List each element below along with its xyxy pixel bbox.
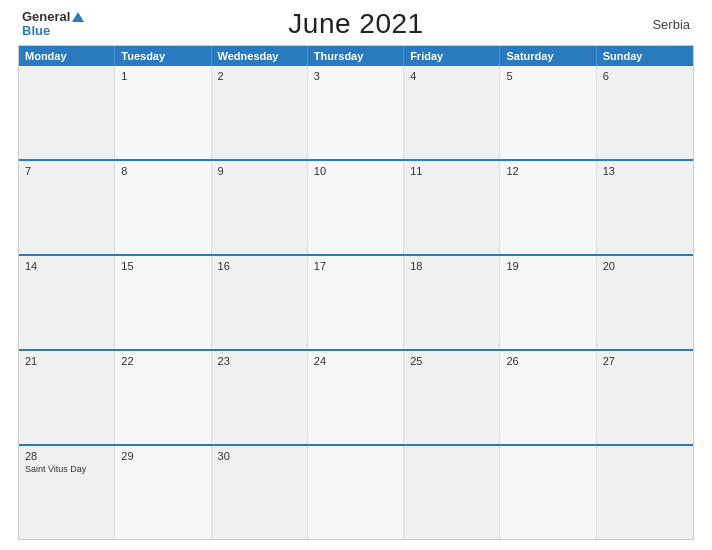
day-header-tuesday: Tuesday	[115, 46, 211, 66]
day-cell: 27	[597, 351, 693, 444]
day-number: 2	[218, 70, 301, 82]
day-number: 4	[410, 70, 493, 82]
day-cell: 23	[212, 351, 308, 444]
day-cell: 22	[115, 351, 211, 444]
day-number: 25	[410, 355, 493, 367]
logo-blue-text: Blue	[22, 24, 84, 38]
day-number: 23	[218, 355, 301, 367]
day-cell: 3	[308, 66, 404, 159]
week-row-3: 14151617181920	[19, 254, 693, 349]
week-row-5: 28Saint Vitus Day2930	[19, 444, 693, 539]
day-number: 6	[603, 70, 687, 82]
day-cell: 12	[500, 161, 596, 254]
day-number: 19	[506, 260, 589, 272]
day-number: 7	[25, 165, 108, 177]
day-number: 30	[218, 450, 301, 462]
day-cell: 21	[19, 351, 115, 444]
day-cell: 25	[404, 351, 500, 444]
day-headers-row: MondayTuesdayWednesdayThursdayFridaySatu…	[19, 46, 693, 66]
day-cell: 11	[404, 161, 500, 254]
day-header-wednesday: Wednesday	[212, 46, 308, 66]
day-cell	[19, 66, 115, 159]
day-number: 17	[314, 260, 397, 272]
day-event: Saint Vitus Day	[25, 464, 108, 474]
day-cell: 1	[115, 66, 211, 159]
day-cell	[404, 446, 500, 539]
day-number: 24	[314, 355, 397, 367]
day-cell: 26	[500, 351, 596, 444]
day-number: 21	[25, 355, 108, 367]
day-cell	[308, 446, 404, 539]
day-header-monday: Monday	[19, 46, 115, 66]
calendar-title: June 2021	[288, 8, 423, 40]
day-cell: 17	[308, 256, 404, 349]
day-header-saturday: Saturday	[500, 46, 596, 66]
day-cell: 18	[404, 256, 500, 349]
day-cell: 5	[500, 66, 596, 159]
day-cell: 7	[19, 161, 115, 254]
day-cell: 15	[115, 256, 211, 349]
day-number: 15	[121, 260, 204, 272]
day-number: 29	[121, 450, 204, 462]
calendar-grid: MondayTuesdayWednesdayThursdayFridaySatu…	[18, 45, 694, 540]
day-number: 13	[603, 165, 687, 177]
calendar-header: General Blue June 2021 Serbia	[18, 10, 694, 39]
day-cell: 14	[19, 256, 115, 349]
day-cell: 20	[597, 256, 693, 349]
day-number: 20	[603, 260, 687, 272]
calendar-container: General Blue June 2021 Serbia MondayTues…	[0, 0, 712, 550]
day-header-sunday: Sunday	[597, 46, 693, 66]
day-cell: 28Saint Vitus Day	[19, 446, 115, 539]
day-header-friday: Friday	[404, 46, 500, 66]
day-number: 28	[25, 450, 108, 462]
day-cell	[500, 446, 596, 539]
day-number: 11	[410, 165, 493, 177]
logo: General Blue	[22, 10, 84, 39]
week-row-4: 21222324252627	[19, 349, 693, 444]
country-label: Serbia	[652, 17, 690, 32]
day-number: 5	[506, 70, 589, 82]
day-number: 10	[314, 165, 397, 177]
day-cell: 30	[212, 446, 308, 539]
logo-triangle-icon	[72, 12, 84, 22]
day-cell: 6	[597, 66, 693, 159]
day-number: 14	[25, 260, 108, 272]
day-cell: 13	[597, 161, 693, 254]
day-header-thursday: Thursday	[308, 46, 404, 66]
day-number: 9	[218, 165, 301, 177]
day-number: 12	[506, 165, 589, 177]
day-number: 8	[121, 165, 204, 177]
week-row-1: 123456	[19, 66, 693, 159]
day-cell: 2	[212, 66, 308, 159]
weeks-container: 1234567891011121314151617181920212223242…	[19, 66, 693, 539]
day-number: 16	[218, 260, 301, 272]
day-number: 27	[603, 355, 687, 367]
day-number: 26	[506, 355, 589, 367]
day-cell: 16	[212, 256, 308, 349]
day-cell: 8	[115, 161, 211, 254]
day-number: 1	[121, 70, 204, 82]
day-cell: 9	[212, 161, 308, 254]
day-number: 3	[314, 70, 397, 82]
day-cell: 10	[308, 161, 404, 254]
week-row-2: 78910111213	[19, 159, 693, 254]
day-number: 18	[410, 260, 493, 272]
day-number: 22	[121, 355, 204, 367]
day-cell: 29	[115, 446, 211, 539]
day-cell: 19	[500, 256, 596, 349]
day-cell	[597, 446, 693, 539]
logo-general-text: General	[22, 10, 70, 24]
day-cell: 4	[404, 66, 500, 159]
day-cell: 24	[308, 351, 404, 444]
